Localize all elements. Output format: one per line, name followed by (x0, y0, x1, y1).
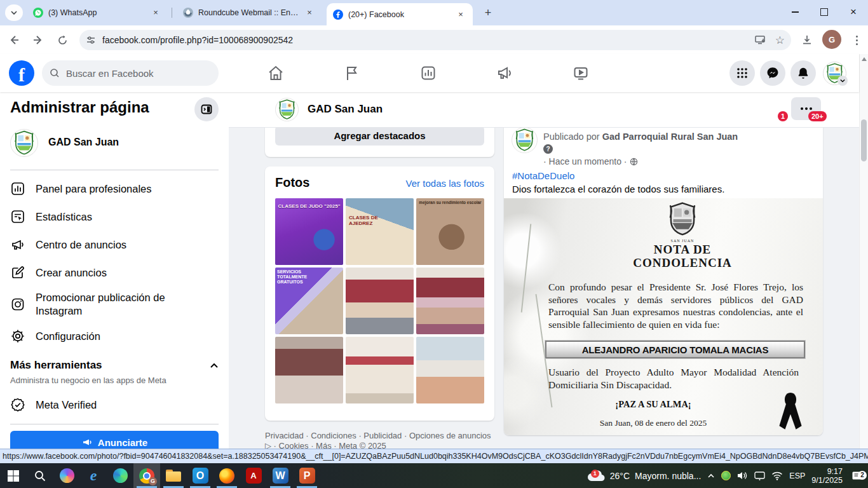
messenger-button[interactable] (760, 60, 785, 86)
install-icon[interactable] (755, 35, 766, 45)
tab-close-icon[interactable]: × (455, 9, 466, 20)
powerpoint-icon[interactable]: P (294, 463, 320, 488)
tab-facebook-active[interactable]: (20+) Facebook × (327, 3, 473, 25)
photo-tile-judo-poster[interactable]: CLASES DE JUDO "2025" (275, 198, 343, 265)
wifi-icon[interactable] (771, 471, 783, 480)
video-watch-icon[interactable] (572, 64, 590, 82)
add-featured-button[interactable]: Agregar destacados (275, 126, 484, 146)
acrobat-icon[interactable]: A (240, 463, 267, 488)
outlook-icon[interactable]: O (187, 463, 214, 488)
sidebar-collapse-button[interactable] (194, 97, 219, 121)
sidebar-item-panel-profesionales[interactable]: Panel para profesionales (0, 175, 229, 203)
photo-tile-chess-benefits-poster[interactable]: mejoran su rendimiento escolar (416, 198, 484, 265)
file-explorer-icon[interactable] (160, 463, 187, 488)
notifications-button[interactable] (790, 60, 816, 86)
sidebar-item-label: Meta Verified (36, 398, 97, 412)
pages-flag-icon[interactable] (343, 64, 361, 82)
facebook-logo[interactable]: f (9, 60, 34, 86)
scrollbar-thumb[interactable] (861, 119, 867, 161)
word-icon[interactable]: W (267, 463, 294, 488)
new-tab-button[interactable]: + (482, 6, 494, 19)
sidebar-item-meta-verified[interactable]: Meta Verified (0, 391, 229, 419)
tab-whatsapp[interactable]: (3) WhatsApp × (27, 0, 168, 25)
firefox-icon[interactable] (214, 463, 240, 488)
sidebar-page-avatar[interactable] (10, 129, 38, 157)
tab-search-button[interactable] (5, 4, 23, 21)
sidebar-item-promocionar-instagram[interactable]: Promocionar publicación de Instagram (0, 287, 229, 322)
sidebar-page-name[interactable]: GAD San Juan (48, 137, 119, 148)
search-input[interactable] (65, 67, 194, 79)
page-bar-avatar[interactable] (275, 98, 299, 121)
main-content: Agregar destacados Fotos Ver todas las f… (229, 92, 859, 449)
insights-chart-icon[interactable] (419, 64, 437, 82)
browser-profile-avatar[interactable]: G (822, 30, 841, 49)
photo-tile-event[interactable] (346, 268, 414, 334)
footer-links[interactable]: Privacidad · Condiciones · Publicidad · … (265, 431, 497, 449)
window-maximize-button[interactable] (810, 0, 839, 24)
advertise-button[interactable]: Anunciarte (10, 431, 219, 449)
scroll-up-arrow[interactable] (862, 57, 867, 61)
facebook-search[interactable] (42, 60, 219, 86)
footer-line-2[interactable]: ▷ · Cookies · Más · Meta © 2025 (265, 441, 497, 449)
page-scrollbar[interactable] (859, 54, 868, 449)
see-all-photos-link[interactable]: Ver todas las fotos (406, 178, 484, 189)
site-settings-icon[interactable] (86, 35, 96, 45)
photos-title: Fotos (275, 175, 309, 190)
antivirus-tray-icon[interactable] (721, 471, 731, 480)
note-title-line1: NOTA DE (545, 243, 820, 256)
sidebar-item-crear-anuncios[interactable]: Crear anuncios (0, 259, 229, 287)
browser-menu-button[interactable] (848, 31, 865, 49)
photo-tile-event[interactable] (346, 337, 414, 403)
profile-chevron-icon[interactable] (837, 76, 848, 86)
reload-button[interactable] (53, 31, 71, 49)
taskbar-clock[interactable]: 9:17 9/1/2025 (811, 467, 843, 485)
photo-tile-chess-poster[interactable]: CLASES DE AJEDREZ (346, 198, 414, 265)
ad-center-megaphone-icon[interactable] (496, 64, 513, 82)
photo-tile-event[interactable] (416, 337, 484, 403)
chrome-icon-active[interactable]: G (133, 463, 160, 488)
post-timestamp[interactable]: · Hace un momento · (543, 156, 638, 166)
notification-center-icon[interactable]: 2 (851, 471, 863, 481)
photo-tile-event[interactable] (416, 268, 484, 334)
apps-menu-button[interactable] (729, 60, 755, 86)
condolence-note-image[interactable]: SAN JUAN NOTA DE CONDOLENCIA Con profund… (504, 198, 823, 435)
question-badge-icon[interactable]: ? (543, 144, 553, 154)
more-tools-title[interactable]: Más herramientas (10, 359, 102, 372)
edge-icon[interactable] (107, 463, 133, 488)
language-indicator[interactable]: ESP (789, 471, 805, 480)
home-icon[interactable] (267, 64, 285, 82)
downloads-button[interactable] (798, 31, 816, 49)
taskbar-search-button[interactable] (27, 463, 53, 488)
sidebar-item-configuracion[interactable]: Configuración (0, 322, 229, 350)
forward-button[interactable] (29, 31, 47, 49)
photo-tile-event[interactable] (275, 337, 343, 403)
sidebar-item-centro-anuncios[interactable]: Centro de anuncios (0, 231, 229, 259)
post-publisher-line[interactable]: Publicado por Gad Parroquial Rural San J… (543, 132, 738, 142)
bookmark-star-icon[interactable]: ☆ (775, 34, 785, 47)
address-bar[interactable]: facebook.com/profile.php?id=100068900902… (79, 30, 791, 50)
sidebar-item-estadisticas[interactable]: Estadísticas (0, 203, 229, 231)
start-button[interactable] (0, 463, 27, 488)
back-button[interactable] (5, 31, 23, 49)
tab-close-icon[interactable]: × (304, 7, 315, 18)
post-avatar[interactable] (512, 127, 538, 153)
page-bar-name[interactable]: GAD San Juan (308, 103, 383, 116)
tab-roundcube[interactable]: Roundcube Webmail :: Entrada × (177, 0, 322, 25)
window-minimize-button[interactable] (780, 0, 810, 24)
chevron-up-icon[interactable] (210, 362, 219, 373)
post-hashtag-link[interactable]: #NotaDeDuelo (512, 170, 574, 181)
tab-close-icon[interactable]: × (150, 7, 161, 18)
window-close-button[interactable]: × (839, 0, 868, 24)
publisher-name[interactable]: Gad Parroquial Rural San Juan (602, 132, 738, 142)
weather-widget[interactable]: 1 26°C Mayorm. nubla... (586, 468, 702, 484)
internet-explorer-icon[interactable]: e (80, 463, 107, 488)
display-cast-icon[interactable] (754, 471, 765, 480)
globe-icon (630, 158, 638, 166)
photo-tile-free-services-poster[interactable]: SERVICIOS TOTALMENTE GRATUITOS (275, 268, 343, 334)
url-text[interactable]: facebook.com/profile.php?id=100068900902… (102, 35, 755, 45)
weather-desc-text: Mayorm. nubla... (635, 471, 701, 481)
copilot-icon[interactable] (53, 463, 80, 488)
footer-line-1[interactable]: Privacidad · Condiciones · Publicidad · … (265, 431, 497, 441)
tray-chevron-up-icon[interactable] (707, 472, 715, 480)
volume-icon[interactable] (737, 471, 748, 480)
